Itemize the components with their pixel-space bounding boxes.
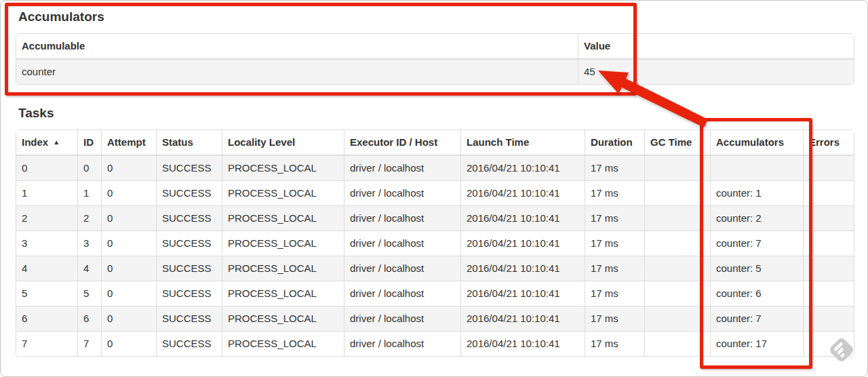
cell-id: 7 bbox=[77, 331, 101, 356]
column-header-accumulators[interactable]: Accumulators bbox=[710, 130, 803, 156]
column-header-id[interactable]: ID bbox=[77, 130, 101, 156]
accumulable-row: counter 45 bbox=[16, 60, 854, 84]
cell-gc-time bbox=[644, 256, 710, 281]
cell-status: SUCCESS bbox=[156, 331, 222, 356]
column-header-duration[interactable]: Duration bbox=[585, 130, 644, 156]
cell-index: 3 bbox=[16, 231, 77, 256]
cell-duration: 17 ms bbox=[585, 256, 644, 281]
cell-attempt: 0 bbox=[101, 256, 156, 281]
cell-launch-time: 2016/04/21 10:10:41 bbox=[460, 180, 585, 205]
cell-attempt: 0 bbox=[101, 281, 156, 306]
cell-launch-time: 2016/04/21 10:10:41 bbox=[460, 281, 585, 306]
task-row: 660SUCCESSPROCESS_LOCALdriver / localhos… bbox=[16, 306, 854, 331]
tasks-header-row: Index▲IDAttemptStatusLocality LevelExecu… bbox=[16, 130, 854, 156]
cell-errors bbox=[803, 331, 854, 356]
cell-errors bbox=[803, 205, 854, 231]
cell-status: SUCCESS bbox=[156, 205, 222, 231]
column-header-executor-id-host[interactable]: Executor ID / Host bbox=[344, 130, 460, 156]
cell-accumulable-value: 45 bbox=[578, 60, 854, 84]
cell-errors bbox=[803, 256, 854, 281]
cell-status: SUCCESS bbox=[156, 306, 222, 331]
cell-errors bbox=[803, 156, 854, 180]
cell-duration: 17 ms bbox=[585, 180, 644, 205]
cell-executor-id-host: driver / localhost bbox=[344, 306, 460, 331]
cell-launch-time: 2016/04/21 10:10:41 bbox=[460, 331, 585, 356]
cell-gc-time bbox=[644, 281, 710, 306]
tasks-table: Index▲IDAttemptStatusLocality LevelExecu… bbox=[16, 130, 854, 357]
column-header-value[interactable]: Value bbox=[578, 34, 854, 60]
cell-attempt: 0 bbox=[101, 331, 156, 356]
cell-index: 5 bbox=[16, 281, 77, 306]
sort-ascending-icon: ▲ bbox=[53, 138, 60, 146]
cell-duration: 17 ms bbox=[585, 331, 644, 356]
cell-locality-level: PROCESS_LOCAL bbox=[222, 256, 344, 281]
cell-id: 5 bbox=[77, 281, 101, 306]
column-header-launch-time[interactable]: Launch Time bbox=[460, 130, 585, 156]
cell-errors bbox=[803, 231, 854, 256]
column-header-errors[interactable]: Errors bbox=[803, 130, 854, 156]
task-row: 440SUCCESSPROCESS_LOCALdriver / localhos… bbox=[16, 256, 854, 281]
cell-attempt: 0 bbox=[101, 180, 156, 205]
cell-errors bbox=[803, 180, 854, 205]
cell-index: 2 bbox=[16, 205, 77, 231]
cell-gc-time bbox=[644, 231, 710, 256]
cell-locality-level: PROCESS_LOCAL bbox=[222, 156, 344, 180]
cell-duration: 17 ms bbox=[585, 205, 644, 231]
page-frame: Accumulators Accumulable Value counter 4… bbox=[0, 0, 868, 377]
cell-errors bbox=[803, 306, 854, 331]
task-row: 110SUCCESSPROCESS_LOCALdriver / localhos… bbox=[16, 180, 854, 205]
cell-index: 0 bbox=[16, 156, 77, 180]
column-header-locality-level[interactable]: Locality Level bbox=[222, 130, 344, 156]
cell-status: SUCCESS bbox=[156, 256, 222, 281]
cell-status: SUCCESS bbox=[156, 180, 222, 205]
accumulable-table: Accumulable Value counter 45 bbox=[16, 33, 854, 85]
cell-executor-id-host: driver / localhost bbox=[344, 231, 460, 256]
cell-duration: 17 ms bbox=[585, 281, 644, 306]
cell-executor-id-host: driver / localhost bbox=[344, 256, 460, 281]
cell-locality-level: PROCESS_LOCAL bbox=[222, 306, 344, 331]
task-row: 550SUCCESSPROCESS_LOCALdriver / localhos… bbox=[16, 281, 854, 306]
accumulable-header-row: Accumulable Value bbox=[16, 34, 854, 60]
cell-id: 4 bbox=[77, 256, 101, 281]
cell-index: 4 bbox=[16, 256, 77, 281]
cell-launch-time: 2016/04/21 10:10:41 bbox=[460, 231, 585, 256]
tasks-section-title: Tasks bbox=[18, 106, 853, 121]
cell-duration: 17 ms bbox=[585, 156, 644, 180]
cell-id: 1 bbox=[77, 180, 101, 205]
column-header-gc-time[interactable]: GC Time bbox=[644, 130, 710, 156]
cell-launch-time: 2016/04/21 10:10:41 bbox=[460, 306, 585, 331]
cell-executor-id-host: driver / localhost bbox=[344, 156, 460, 180]
column-header-accumulable[interactable]: Accumulable bbox=[16, 34, 578, 60]
column-header-attempt[interactable]: Attempt bbox=[101, 130, 156, 156]
cell-locality-level: PROCESS_LOCAL bbox=[222, 205, 344, 231]
cell-locality-level: PROCESS_LOCAL bbox=[222, 231, 344, 256]
cell-locality-level: PROCESS_LOCAL bbox=[222, 281, 344, 306]
cell-accumulators: counter: 2 bbox=[710, 205, 803, 231]
cell-duration: 17 ms bbox=[585, 306, 644, 331]
cell-id: 3 bbox=[77, 231, 101, 256]
cell-gc-time bbox=[644, 180, 710, 205]
cell-locality-level: PROCESS_LOCAL bbox=[222, 180, 344, 205]
cell-attempt: 0 bbox=[101, 156, 156, 180]
task-row: 220SUCCESSPROCESS_LOCALdriver / localhos… bbox=[16, 205, 854, 231]
task-row: 330SUCCESSPROCESS_LOCALdriver / localhos… bbox=[16, 231, 854, 256]
cell-accumulators: counter: 17 bbox=[710, 331, 803, 356]
cell-accumulable-name: counter bbox=[16, 60, 578, 84]
cell-accumulators: counter: 6 bbox=[710, 281, 803, 306]
cell-status: SUCCESS bbox=[156, 156, 222, 180]
cell-executor-id-host: driver / localhost bbox=[344, 281, 460, 306]
column-header-status[interactable]: Status bbox=[156, 130, 222, 156]
cell-id: 6 bbox=[77, 306, 101, 331]
cell-attempt: 0 bbox=[101, 306, 156, 331]
cell-accumulators: counter: 5 bbox=[710, 256, 803, 281]
cell-accumulators: counter: 7 bbox=[710, 231, 803, 256]
cell-gc-time bbox=[644, 306, 710, 331]
cell-launch-time: 2016/04/21 10:10:41 bbox=[460, 256, 585, 281]
cell-attempt: 0 bbox=[101, 231, 156, 256]
page-content: Accumulators Accumulable Value counter 4… bbox=[16, 1, 853, 357]
cell-gc-time bbox=[644, 205, 710, 231]
cell-gc-time bbox=[644, 331, 710, 356]
cell-launch-time: 2016/04/21 10:10:41 bbox=[460, 156, 585, 180]
column-header-index[interactable]: Index▲ bbox=[16, 130, 77, 156]
cell-accumulators bbox=[710, 156, 803, 180]
